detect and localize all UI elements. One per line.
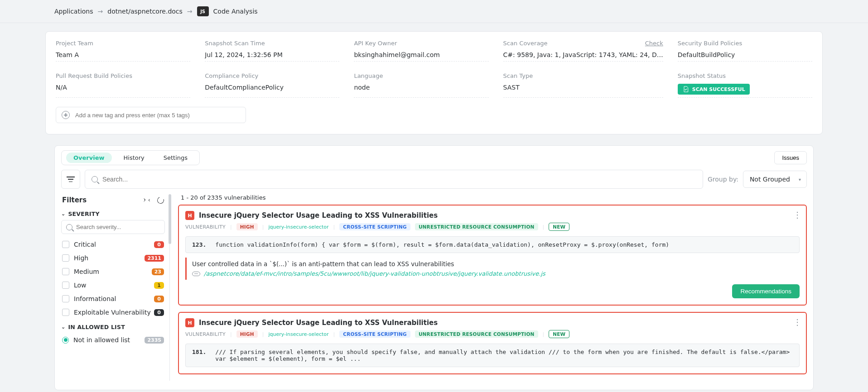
summary-label: Compliance Policy (205, 72, 339, 79)
summary-language: Language node (354, 72, 488, 98)
warning-text: User controlled data in a `$(...)` is an… (192, 260, 794, 268)
tag-input[interactable] (74, 111, 240, 119)
tab-history[interactable]: History (116, 153, 152, 163)
summary-value: DefaultCompliancePolicy (205, 84, 339, 91)
count-badge: 0 (154, 296, 164, 302)
chevron-down-icon: ⌄ (61, 211, 65, 217)
count-badge: 2335 (145, 337, 164, 344)
breadcrumb-repo[interactable]: dotnet/aspnetcore.docs (107, 8, 183, 15)
filter-section-title-text: IN ALLOWED LIST (68, 324, 125, 330)
summary-scan-type: Scan Type SAST (503, 72, 663, 98)
radio-icon[interactable] (62, 337, 69, 344)
file-path-link[interactable]: /aspnetcore/data/ef-mvc/intro/samples/5c… (204, 270, 545, 277)
severity-row-exploitable[interactable]: Exploitable Vulnerability 0 (61, 306, 165, 319)
checkbox-icon[interactable] (62, 268, 69, 275)
filter-icon (67, 177, 75, 182)
js-icon: JS (197, 6, 209, 16)
checkbox-icon[interactable] (62, 295, 69, 302)
results-count: 1 - 20 of 2335 vulnerabilities (181, 194, 807, 201)
summary-value: SAST (503, 84, 663, 91)
severity-label: Critical (74, 241, 96, 248)
tag-pill: CROSS-SITE SCRIPTING (339, 223, 410, 230)
vulnerability-title[interactable]: Insecure jQuery Selector Usage Leading t… (199, 319, 438, 327)
summary-value: N/A (56, 84, 190, 91)
summary-api-key-owner: API Key Owner bksinghahimel@gmail.com (354, 40, 488, 62)
new-pill: NEW (549, 330, 569, 338)
count-badge: 23 (152, 268, 164, 275)
severity-pill: HIGH (236, 330, 258, 338)
line-number: 123. (192, 241, 206, 248)
severity-search-input[interactable] (75, 223, 160, 231)
summary-label: Pull Request Build Policies (56, 72, 190, 79)
search-icon (66, 224, 72, 230)
meta-type: VULNERABILITY (185, 331, 226, 337)
reset-filters-icon[interactable] (156, 196, 165, 205)
checkbox-icon[interactable] (62, 254, 69, 262)
tag-input-wrap[interactable] (56, 107, 246, 123)
collapse-filters-icon[interactable]: ᠈᠌‹ (142, 197, 151, 204)
link-icon (192, 272, 200, 276)
more-menu-icon[interactable]: ⋮ (793, 210, 801, 220)
severity-pill: HIGH (236, 223, 258, 230)
rule-link[interactable]: jquery-insecure-selector (268, 224, 328, 230)
recommendations-button[interactable]: Recommendations (732, 284, 800, 298)
breadcrumb-applications[interactable]: Applications (54, 8, 93, 15)
status-badge-text: SCAN SUCCESSFUL (692, 86, 745, 92)
rule-link[interactable]: jquery-insecure-selector (268, 331, 328, 337)
allowed-label: Not in allowed list (73, 336, 130, 344)
summary-label: Snapshot Status (678, 72, 812, 79)
filter-section-title[interactable]: ⌄ SEVERITY (61, 210, 165, 217)
search-wrap[interactable] (85, 170, 703, 189)
severity-row-medium[interactable]: Medium 23 (61, 265, 165, 278)
chevron-right-icon: → (98, 8, 103, 15)
severity-label: High (74, 254, 88, 262)
severity-search[interactable] (61, 220, 165, 234)
search-icon (92, 176, 98, 182)
severity-row-informational[interactable]: Informational 0 (61, 292, 165, 306)
filter-section-severity: ⌄ SEVERITY Critical 0 High 2311 Medium (61, 210, 165, 319)
severity-chip: H (185, 211, 194, 220)
summary-scan-coverage: Scan Coverage Check C#: 9589, Java: 1, J… (503, 40, 663, 62)
checkbox-icon[interactable] (62, 241, 69, 248)
severity-label: Exploitable Vulnerability (74, 309, 151, 316)
plus-circle-icon (62, 111, 70, 119)
tab-overview[interactable]: Overview (66, 153, 112, 163)
summary-security-policies: Security Build Policies DefaultBuildPoli… (678, 40, 812, 62)
summary-scan-time: Snapshot Scan Time Jul 12, 2024, 1:32:56… (205, 40, 339, 62)
tag-pill: UNRESTRICTED RESOURCE CONSUMPTION (415, 223, 538, 230)
filter-section-title[interactable]: ⌄ IN ALLOWED LIST (61, 324, 165, 330)
severity-row-low[interactable]: Low 1 (61, 278, 165, 292)
summary-value: bksinghahimel@gmail.com (354, 51, 488, 58)
count-badge: 2311 (145, 255, 164, 262)
document-check-icon (682, 86, 690, 93)
count-badge: 0 (154, 309, 164, 316)
checkbox-icon[interactable] (62, 282, 69, 289)
checkbox-icon[interactable] (62, 309, 69, 316)
more-menu-icon[interactable]: ⋮ (793, 317, 801, 327)
group-by-select[interactable]: Not Grouped (743, 171, 807, 188)
allowed-row[interactable]: Not in allowed list 2335 (61, 333, 165, 347)
vulnerability-card: ⋮ H Insecure jQuery Selector Usage Leadi… (178, 205, 807, 306)
code-snippet: 181. /// If parsing several elements, yo… (185, 344, 800, 367)
breadcrumb-current: Code Analysis (213, 8, 258, 15)
issues-button[interactable]: Issues (774, 151, 807, 164)
breadcrumb: Applications → dotnet/aspnetcore.docs → … (0, 0, 868, 23)
group-by-label: Group by: (708, 176, 738, 183)
tab-settings[interactable]: Settings (156, 153, 195, 163)
vulnerability-title[interactable]: Insecure jQuery Selector Usage Leading t… (199, 211, 438, 220)
summary-value: Jul 12, 2024, 1:32:56 PM (205, 51, 339, 58)
check-link[interactable]: Check (645, 40, 663, 47)
search-input[interactable] (101, 175, 696, 183)
tag-pill: UNRESTRICTED RESOURCE CONSUMPTION (415, 330, 538, 338)
scroll-handle[interactable] (169, 194, 171, 244)
severity-label: Medium (74, 268, 99, 275)
severity-row-critical[interactable]: Critical 0 (61, 238, 165, 251)
code-text: /// If parsing several elements, you sho… (215, 349, 793, 362)
severity-row-high[interactable]: High 2311 (61, 251, 165, 265)
summary-pr-policies: Pull Request Build Policies N/A (56, 72, 190, 98)
summary-value: Team A (56, 51, 190, 58)
chevron-down-icon: ⌄ (61, 324, 65, 330)
count-badge: 1 (154, 282, 164, 289)
summary-value: SCAN SUCCESSFUL (678, 84, 812, 95)
filter-toggle-button[interactable] (61, 170, 80, 189)
